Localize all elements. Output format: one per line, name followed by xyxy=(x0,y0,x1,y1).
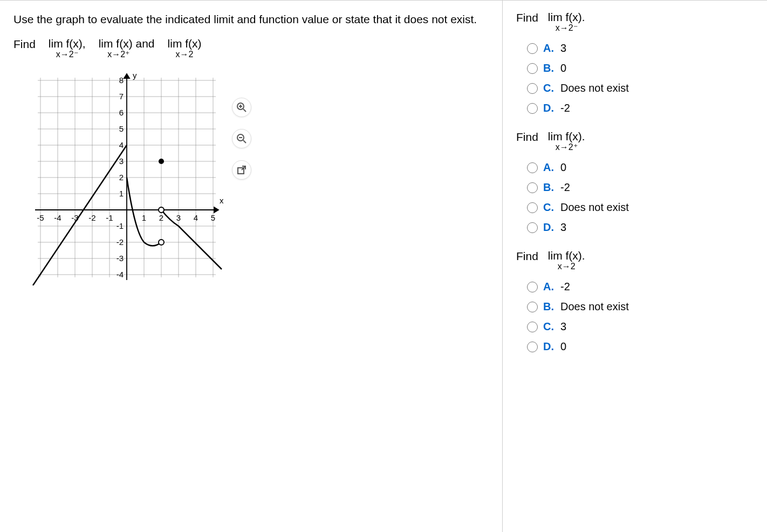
q2-radio-a[interactable] xyxy=(527,162,538,173)
popout-icon xyxy=(237,165,246,175)
q1-radio-c[interactable] xyxy=(527,83,538,94)
svg-text:6: 6 xyxy=(119,108,124,117)
svg-text:1: 1 xyxy=(142,213,146,222)
q2-radio-d[interactable] xyxy=(527,222,538,233)
svg-text:8: 8 xyxy=(119,76,124,85)
svg-text:-4: -4 xyxy=(54,213,61,222)
svg-text:y: y xyxy=(133,71,137,80)
svg-marker-25 xyxy=(214,207,218,213)
zoom-out-button[interactable] xyxy=(232,129,251,148)
q3-option-a[interactable]: A. -2 xyxy=(527,281,754,293)
q3-radio-d[interactable] xyxy=(527,342,538,352)
svg-text:3: 3 xyxy=(176,213,181,222)
q3-radio-a[interactable] xyxy=(527,282,538,292)
q3-radio-c[interactable] xyxy=(527,322,538,332)
q1-option-b[interactable]: B. 0 xyxy=(527,62,754,74)
q1-prefix: Find xyxy=(516,11,538,24)
q3-option-b[interactable]: B. Does not exist xyxy=(527,301,754,313)
find-prefix: Find xyxy=(13,38,36,51)
find-limits-line: Find lim f(x), x→2⁻ lim f(x) and x→2⁺ li… xyxy=(13,38,489,59)
svg-text:-4: -4 xyxy=(117,270,124,279)
q3-radio-b[interactable] xyxy=(527,302,538,312)
question-2: Find lim f(x). x→2⁺ A. 0 B. -2 C. Does n… xyxy=(516,131,754,234)
q1-radio-d[interactable] xyxy=(527,103,538,114)
q1-lim-bottom: x→2⁻ xyxy=(556,24,578,32)
q3-lim-top: lim f(x). xyxy=(548,250,585,261)
question-3: Find lim f(x). x→2 A. -2 B. Does not exi… xyxy=(516,250,754,353)
svg-point-52 xyxy=(159,207,164,213)
q3-option-c[interactable]: C. 3 xyxy=(527,320,754,333)
q1-option-a[interactable]: A. 3 xyxy=(527,42,754,54)
graph-container: -5-4 -3-2 -11 23 45 -1-2 -3-4 12 34 56 7… xyxy=(30,70,224,285)
popout-button[interactable] xyxy=(232,160,251,180)
answers-panel: Find lim f(x). x→2⁻ A. 3 B. 0 C. Does no… xyxy=(503,1,767,532)
q3-prefix: Find xyxy=(516,250,538,263)
svg-text:2: 2 xyxy=(159,213,163,222)
svg-text:3: 3 xyxy=(119,156,124,166)
q2-radio-b[interactable] xyxy=(527,182,538,193)
function-graph: -5-4 -3-2 -11 23 45 -1-2 -3-4 12 34 56 7… xyxy=(30,70,224,285)
svg-text:5: 5 xyxy=(119,124,124,133)
svg-text:5: 5 xyxy=(211,213,215,222)
svg-text:4: 4 xyxy=(194,213,198,222)
q2-prefix: Find xyxy=(516,131,538,144)
q3-lim-bottom: x→2 xyxy=(558,262,576,271)
q1-radio-a[interactable] xyxy=(527,43,538,54)
q2-radio-c[interactable] xyxy=(527,202,538,213)
svg-text:-1: -1 xyxy=(106,213,113,222)
q1-option-c[interactable]: C. Does not exist xyxy=(527,82,754,94)
svg-line-56 xyxy=(243,109,246,112)
graph-toolbar xyxy=(232,98,251,180)
svg-text:-5: -5 xyxy=(37,213,44,222)
q1-lim-top: lim f(x). xyxy=(548,11,585,23)
instruction-text: Use the graph to evaluate the indicated … xyxy=(13,11,489,27)
q2-lim-bottom: x→2⁺ xyxy=(556,143,578,152)
svg-text:2: 2 xyxy=(119,173,124,182)
svg-marker-27 xyxy=(124,74,129,78)
svg-text:-3: -3 xyxy=(117,254,124,263)
limit-1: lim f(x), x→2⁻ xyxy=(49,38,86,59)
limit-2: lim f(x) and x→2⁺ xyxy=(99,38,155,59)
svg-line-60 xyxy=(243,140,246,143)
zoom-out-icon xyxy=(236,133,247,144)
svg-point-53 xyxy=(159,240,164,245)
q2-option-d[interactable]: D. 3 xyxy=(527,221,754,234)
svg-text:4: 4 xyxy=(119,140,124,149)
svg-text:-2: -2 xyxy=(88,213,95,222)
svg-point-54 xyxy=(159,159,164,164)
limit-3: lim f(x) x→2 xyxy=(168,38,202,59)
q1-option-d[interactable]: D. -2 xyxy=(527,102,754,114)
question-1: Find lim f(x). x→2⁻ A. 3 B. 0 C. Does no… xyxy=(516,11,754,114)
q3-option-d[interactable]: D. 0 xyxy=(527,340,754,353)
q2-option-a[interactable]: A. 0 xyxy=(527,161,754,174)
svg-text:-1: -1 xyxy=(117,221,124,230)
svg-text:x: x xyxy=(220,196,224,205)
q2-option-b[interactable]: B. -2 xyxy=(527,181,754,194)
zoom-in-icon xyxy=(236,102,247,113)
svg-text:-2: -2 xyxy=(117,237,124,247)
q2-option-c[interactable]: C. Does not exist xyxy=(527,201,754,214)
svg-text:7: 7 xyxy=(119,92,124,101)
svg-text:1: 1 xyxy=(119,189,124,198)
q2-lim-top: lim f(x). xyxy=(548,131,585,142)
q1-radio-b[interactable] xyxy=(527,63,538,74)
zoom-in-button[interactable] xyxy=(232,98,251,117)
